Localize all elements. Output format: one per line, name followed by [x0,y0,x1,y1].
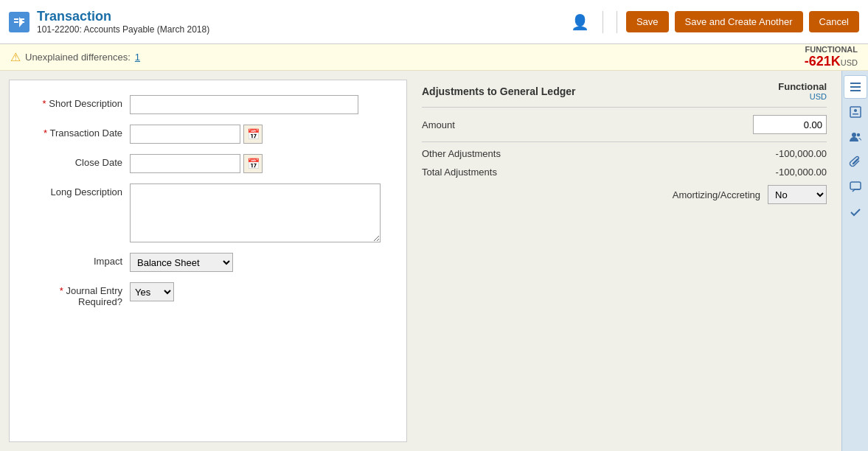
transaction-date-calendar[interactable]: 📅 [243,125,263,144]
adj-functional-label: Functional [778,81,827,92]
amount-input[interactable] [753,115,827,134]
short-description-field [130,95,358,114]
transaction-date-row: * Transaction Date 📅 [23,125,393,144]
header-left: Transaction 101-22200: Accounts Payable … [9,9,571,35]
sidebar-detail-btn[interactable] [844,100,867,124]
cancel-button[interactable]: Cancel [809,11,859,32]
other-adjustments-value: -100,000.00 [776,148,827,159]
functional-currency: USD [841,58,858,67]
long-description-label: Long Description [23,183,130,197]
functional-block: FUNCTIONAL -621KUSD [805,45,858,69]
journal-entry-row: * Journal Entry Required? Yes No [23,282,393,307]
header: Transaction 101-22200: Accounts Payable … [0,0,868,44]
close-date-field: 📅 [130,154,263,173]
transaction-date-label: * Transaction Date [23,125,130,139]
impact-field: Balance Sheet Income Statement None [130,253,233,272]
transaction-date-field: 📅 [130,125,263,144]
warning-icon: ⚠ [10,50,21,64]
sidebar-list-btn[interactable] [844,75,867,99]
short-description-label: * Short Description [23,95,130,109]
adj-title: Adjustments to General Ledger [422,85,575,97]
header-actions: 👤 Save Save and Create Another Cancel [571,11,859,33]
warning-bar: ⚠ Unexplained differences: 1 FUNCTIONAL … [0,44,868,71]
close-date-calendar[interactable]: 📅 [243,154,263,173]
svg-rect-1 [14,21,18,23]
title-block: Transaction 101-22200: Accounts Payable … [37,9,209,35]
other-adjustments-label: Other Adjustments [422,148,501,159]
adjustments-panel: Adjustments to General Ledger Functional… [407,71,841,451]
adj-functional: Functional USD [778,81,827,101]
header-divider [603,11,603,33]
svg-rect-13 [850,182,861,189]
amount-row: Amount [422,115,827,134]
impact-label: Impact [23,253,130,267]
short-description-row: * Short Description [23,95,393,114]
total-adjustments-row: Total Adjustments -100,000.00 [422,167,827,178]
main-body: * Short Description * Transaction Date 📅… [0,71,868,451]
warning-left: ⚠ Unexplained differences: 1 [10,50,140,64]
app-subtitle: 101-22200: Accounts Payable (March 2018) [37,24,209,35]
close-date-row: Close Date 📅 [23,154,393,173]
amortizing-label: Amortizing/Accreting [673,189,760,200]
close-date-input[interactable] [130,154,240,173]
long-description-row: Long Description [23,183,393,242]
header-divider2 [617,11,617,33]
nav-icon[interactable] [9,12,29,32]
save-and-create-button[interactable]: Save and Create Another [675,11,803,32]
sidebar-users-btn[interactable] [844,125,867,149]
total-adjustments-label: Total Adjustments [422,167,497,178]
svg-point-12 [856,133,859,136]
short-description-input[interactable] [130,95,358,114]
warning-text: Unexplained differences: [25,52,131,63]
other-adjustments-row: Other Adjustments -100,000.00 [422,148,827,159]
amortizing-select[interactable]: No Yes [768,185,827,204]
required-star: * [43,98,49,109]
total-adjustments-value: -100,000.00 [776,167,827,178]
adj-divider [422,141,827,142]
long-description-field [130,183,381,242]
functional-label: FUNCTIONAL [805,45,858,54]
close-date-label: Close Date [23,154,130,168]
svg-rect-0 [14,18,18,20]
sidebar-check-btn[interactable] [844,200,867,224]
svg-rect-7 [850,90,861,91]
sidebar-icons [841,71,868,451]
user-icon: 👤 [571,13,589,31]
svg-rect-10 [853,113,858,115]
svg-rect-6 [850,86,861,88]
sidebar-attachment-btn[interactable] [844,150,867,174]
journal-entry-label: * Journal Entry Required? [23,282,130,307]
journal-entry-select[interactable]: Yes No [130,282,174,301]
adj-usd-label: USD [778,92,827,101]
save-button[interactable]: Save [626,11,669,32]
adj-header: Adjustments to General Ledger Functional… [422,81,827,108]
form-panel: * Short Description * Transaction Date 📅… [9,80,407,442]
long-description-input[interactable] [130,183,381,242]
amortizing-row: Amortizing/Accreting No Yes [422,185,827,204]
sidebar-chat-btn[interactable] [844,175,867,199]
warning-link[interactable]: 1 [135,52,140,63]
svg-point-11 [852,133,856,137]
impact-select[interactable]: Balance Sheet Income Statement None [130,253,233,272]
journal-entry-field: Yes No [130,282,174,301]
impact-row: Impact Balance Sheet Income Statement No… [23,253,393,272]
amount-label: Amount [422,119,455,130]
svg-rect-5 [850,83,861,84]
app-title: Transaction [37,9,209,24]
functional-value: -621K [805,54,841,69]
svg-point-9 [854,109,857,112]
transaction-date-input[interactable] [130,125,240,144]
